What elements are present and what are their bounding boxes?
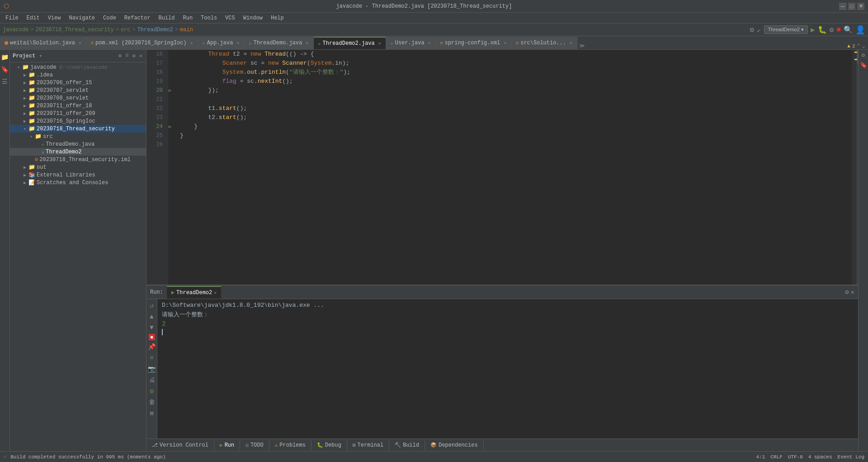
run-filter-icon[interactable]: 🗑	[148, 398, 156, 407]
user-icon[interactable]: 👤	[855, 25, 865, 35]
minimize-button[interactable]: ─	[839, 3, 846, 10]
tool-tab-todo[interactable]: ☑ TODO	[240, 440, 269, 450]
run-button-nav[interactable]: ▶	[811, 25, 815, 34]
nav-back-icon[interactable]: ⚙	[750, 25, 754, 34]
panel-dropdown-icon[interactable]: ▾	[39, 53, 42, 59]
run-tab-close[interactable]: ✕	[214, 290, 217, 295]
tree-item-servlet07[interactable]: ▶ 📁 20230707_servlet	[10, 86, 146, 94]
tree-item-offer209[interactable]: ▶ 📁 20230711_offer_209	[10, 110, 146, 117]
tab-close-pom[interactable]: ✕	[190, 40, 193, 46]
scrollbar-thumb[interactable]	[857, 50, 858, 63]
bookmarks-icon[interactable]: 🔖	[0, 64, 10, 75]
right-sidebar-icon-2[interactable]: 🔖	[860, 62, 867, 69]
menu-vcs[interactable]: VCS	[222, 14, 239, 22]
status-crlf[interactable]: CRLF	[770, 454, 782, 460]
run-up-icon[interactable]: ▲	[149, 312, 154, 321]
run-camera-icon[interactable]: 📷	[147, 364, 156, 374]
menu-edit[interactable]: Edit	[23, 14, 43, 22]
tab-pom[interactable]: m pom.xml (20230716_SpringIoc) ✕	[86, 37, 198, 49]
tab-close-springconfig[interactable]: ✕	[504, 40, 506, 46]
panel-settings-icon[interactable]: ⚙	[132, 52, 137, 60]
run-terminal[interactable]: D:\Software\java\jdk1.8.0_192\bin\java.e…	[157, 299, 858, 438]
menu-tools[interactable]: Tools	[197, 14, 221, 22]
tool-tab-debug[interactable]: 🐛 Debug	[311, 440, 347, 450]
tab-solution[interactable]: weitai\Solution.java ✕	[0, 37, 86, 49]
tool-tab-vcs[interactable]: ⎇ Version Control	[146, 440, 214, 450]
menu-run[interactable]: Run	[179, 14, 196, 22]
run-tab-active[interactable]: ▶ ThreadDemo2 ✕	[167, 286, 221, 299]
tree-item-src[interactable]: ▾ 📁 src	[10, 133, 146, 140]
breadcrumb-class[interactable]: ThreadDemo2	[137, 27, 173, 33]
tree-item-servlet08[interactable]: ▶ 📁 20230708_servlet	[10, 94, 146, 102]
profile-button-nav[interactable]: ⚙	[830, 25, 834, 34]
tab-threaddemo2[interactable]: ☕ ThreadDemo2.java ✕	[314, 37, 386, 49]
collapse-icon[interactable]: ⌄	[862, 43, 865, 49]
run-tree-icon[interactable]: ⚙	[149, 386, 154, 396]
run-stop-icon[interactable]: ■	[149, 334, 155, 340]
panel-close-icon[interactable]: ✕	[138, 52, 143, 60]
run-print-icon[interactable]: 🖨	[148, 376, 156, 385]
run-config-selector[interactable]: ThreadDemo2 ▾	[764, 25, 808, 34]
tab-close-user[interactable]: ✕	[428, 40, 431, 46]
menu-build[interactable]: Build	[155, 14, 178, 22]
run-restart-icon[interactable]: ↺	[149, 301, 154, 310]
tree-item-idea[interactable]: ▶ 📁 .idea	[10, 71, 146, 79]
run-panel-settings-icon[interactable]: ⚙	[845, 288, 849, 296]
tree-item-threaddemo2[interactable]: ▶ ☕ ThreadDemo2	[10, 148, 146, 156]
run-panel-close-icon[interactable]: ✕	[851, 288, 854, 296]
tool-tab-terminal[interactable]: ⊡ Terminal	[347, 440, 389, 450]
stop-button-nav[interactable]: ■	[836, 26, 841, 34]
tab-close-threaddemo2[interactable]: ✕	[378, 41, 381, 46]
event-log-link[interactable]: Event Log	[838, 454, 864, 460]
tab-close-srcsolution[interactable]: ✕	[570, 40, 572, 46]
status-indent[interactable]: 4 spaces	[808, 454, 832, 460]
status-encoding[interactable]: UTF-8	[788, 454, 803, 460]
menu-navigate[interactable]: Navigate	[65, 14, 99, 22]
tab-close-solution[interactable]: ✕	[79, 40, 81, 46]
menu-help[interactable]: Help	[267, 14, 288, 22]
menu-file[interactable]: File	[2, 14, 22, 22]
run-settings-icon[interactable]: ≡	[149, 353, 154, 362]
breadcrumb-javacode[interactable]: javacode	[3, 27, 29, 33]
breadcrumb-src[interactable]: src	[121, 27, 131, 33]
project-tool-icon[interactable]: 📁	[0, 52, 10, 63]
tree-item-iml[interactable]: ▶ ⚙ 20230718_Thread_security.iml	[10, 156, 146, 163]
debug-button-nav[interactable]: 🐛	[818, 25, 827, 34]
menu-refactor[interactable]: Refactor	[121, 14, 154, 22]
tree-item-scratches[interactable]: ▶ 📝 Scratches and Consoles	[10, 179, 146, 186]
maximize-button[interactable]: □	[848, 3, 855, 10]
run-close2-icon[interactable]: ⊠	[149, 409, 154, 418]
panel-collapse-icon[interactable]: ≡	[124, 52, 129, 60]
breadcrumb-method[interactable]: main	[180, 27, 193, 33]
tab-close-threaddemo[interactable]: ✕	[306, 40, 308, 46]
tool-tab-run[interactable]: ▶ Run	[214, 440, 240, 450]
tabs-more-button[interactable]: ≫	[579, 43, 585, 49]
nav-forward-icon[interactable]: ↙	[757, 25, 761, 34]
tree-item-offer15[interactable]: ▶ 📁 20230706_offer_15	[10, 79, 146, 86]
tree-item-extlib[interactable]: ▶ 📚 External Libraries	[10, 171, 146, 179]
tree-item-thread[interactable]: ▾ 📁 20230718_Thread_security	[10, 125, 146, 133]
tool-tab-problems[interactable]: ⚠ Problems	[269, 440, 311, 450]
tab-springconfig[interactable]: ⚙ spring-config.xml ✕	[436, 37, 511, 49]
tree-item-out[interactable]: ▶ 📁 out	[10, 163, 146, 171]
tree-item-offer18[interactable]: ▶ 📁 20230711_offer_18	[10, 102, 146, 110]
expand-icon[interactable]: ⌃	[857, 43, 860, 49]
tab-threaddemo[interactable]: ☕ ThreadDemo.java ✕	[244, 37, 313, 49]
tab-srcsolution[interactable]: ⚙ src\Solutio... ✕	[511, 37, 577, 49]
run-pin-icon[interactable]: 📌	[147, 342, 156, 352]
tool-tab-dependencies[interactable]: 📦 Dependencies	[425, 440, 483, 450]
run-down-icon[interactable]: ▼	[149, 323, 154, 332]
tool-tab-build[interactable]: 🔨 Build	[389, 440, 425, 450]
tab-app[interactable]: ☕ App.java ✕	[198, 37, 245, 49]
menu-view[interactable]: View	[44, 14, 65, 22]
status-position[interactable]: 4:1	[756, 454, 765, 460]
code-editor[interactable]: 16 17 18 19 20 21 22 23 24 25 26 ⊳	[146, 50, 858, 285]
code-content[interactable]: Thread t2 = new Thread(() -> { Scanner s…	[176, 50, 852, 285]
structure-icon[interactable]: ☰	[0, 76, 9, 87]
tab-close-app[interactable]: ✕	[236, 40, 239, 46]
tree-root[interactable]: ▾ 📁 javacode E:\Code\javacode	[10, 63, 146, 71]
tree-item-threaddemo[interactable]: ▶ ☕ ThreadDemo.java	[10, 140, 146, 148]
run-cursor-line[interactable]	[162, 329, 854, 335]
menu-window[interactable]: Window	[240, 14, 266, 22]
menu-code[interactable]: Code	[99, 14, 120, 22]
